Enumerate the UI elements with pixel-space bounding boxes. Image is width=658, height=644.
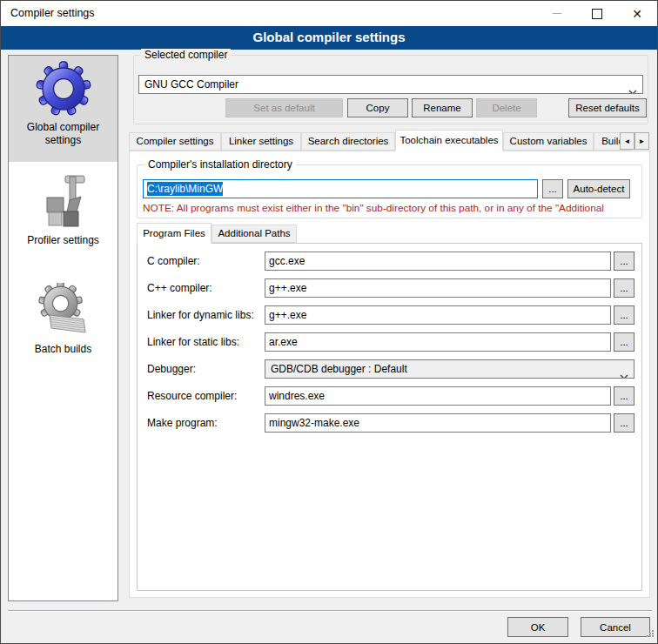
debugger-value: GDB/CDB debugger : Default (271, 363, 407, 375)
installation-directory-value: C:\raylib\MinGW (147, 182, 223, 196)
sidebar-item-profiler-settings[interactable]: Profiler settings (9, 169, 118, 265)
linker-dynamic-input[interactable] (265, 305, 611, 325)
resource-compiler-label: Resource compiler: (147, 386, 237, 406)
reset-defaults-button[interactable]: Reset defaults (568, 98, 647, 117)
cpp-compiler-input[interactable] (265, 278, 611, 298)
close-icon: ✕ (632, 8, 642, 20)
linker-static-browse-button[interactable]: ... (614, 332, 634, 352)
linker-static-input[interactable] (265, 332, 611, 352)
linker-static-label: Linker for static libs: (147, 332, 239, 352)
installation-directory-browse-button[interactable]: ... (542, 179, 563, 198)
compiler-settings-dialog: Compiler settings ✕ Global compiler sett… (0, 0, 658, 644)
make-program-browse-button[interactable]: ... (614, 413, 634, 433)
sidebar-item-batch-builds[interactable]: Batch builds (9, 278, 118, 373)
subtab-additional-paths[interactable]: Additional Paths (212, 225, 297, 243)
auto-detect-button[interactable]: Auto-detect (567, 179, 630, 198)
sidebar-item-label: Global compiler settings (9, 119, 118, 152)
make-program-input[interactable] (265, 413, 611, 433)
cpp-compiler-browse-button[interactable]: ... (614, 278, 634, 298)
subtab-program-files[interactable]: Program Files (137, 223, 212, 244)
resize-grip-icon[interactable] (646, 628, 655, 641)
minimize-icon (553, 13, 561, 14)
copy-button[interactable]: Copy (347, 98, 408, 117)
tab-scroll-right-button[interactable]: ► (634, 132, 649, 150)
title-bar[interactable]: Compiler settings ✕ (1, 1, 657, 26)
selected-compiler-value: GNU GCC Compiler (144, 78, 238, 91)
debugger-label: Debugger: (147, 359, 196, 379)
window-title: Compiler settings (10, 1, 95, 26)
c-compiler-input[interactable] (265, 252, 611, 271)
chevron-down-icon (628, 83, 637, 94)
bin-subdirectory-note: NOTE: All programs must exist either in … (143, 202, 636, 214)
maximize-button[interactable] (577, 1, 617, 26)
set-as-default-button[interactable]: Set as default (225, 98, 343, 117)
ok-button[interactable]: OK (507, 617, 568, 637)
debugger-dropdown[interactable]: GDB/CDB debugger : Default (265, 359, 634, 379)
c-compiler-browse-button[interactable]: ... (614, 252, 634, 271)
cpp-compiler-label: C++ compiler: (147, 278, 212, 298)
cancel-button[interactable]: Cancel (581, 617, 650, 637)
gray-gear-stack-icon (36, 283, 91, 341)
c-compiler-label: C compiler: (147, 252, 200, 271)
tab-search-directories[interactable]: Search directories (301, 132, 395, 151)
caliper-blocks-icon (36, 174, 91, 232)
selected-compiler-group-label: Selected compiler (141, 49, 231, 61)
linker-dynamic-browse-button[interactable]: ... (614, 305, 634, 325)
installation-directory-group-label: Compiler's installation directory (144, 158, 296, 171)
tab-custom-variables[interactable]: Custom variables (503, 132, 594, 151)
minimize-button[interactable] (537, 1, 577, 26)
tab-linker-settings[interactable]: Linker settings (221, 132, 301, 151)
page-title: Global compiler settings (1, 26, 657, 50)
resource-compiler-input[interactable] (265, 386, 611, 406)
make-program-label: Make program: (147, 413, 218, 433)
tab-scroll-left-button[interactable]: ◄ (620, 132, 634, 150)
sidebar-item-label: Batch builds (9, 341, 118, 361)
linker-dynamic-label: Linker for dynamic libs: (147, 305, 254, 325)
blue-gear-icon (36, 61, 91, 119)
chevron-down-icon (620, 367, 628, 379)
close-button[interactable]: ✕ (617, 1, 657, 26)
settings-category-list: Global compiler settings Profiler settin… (8, 55, 118, 601)
installation-directory-input[interactable]: C:\raylib\MinGW (143, 179, 538, 198)
sidebar-item-global-compiler-settings[interactable]: Global compiler settings (9, 56, 118, 162)
delete-button[interactable]: Delete (476, 98, 537, 117)
tab-toolchain-executables[interactable]: Toolchain executables (395, 130, 503, 151)
selected-compiler-dropdown[interactable]: GNU GCC Compiler (138, 75, 643, 94)
window-controls: ✕ (537, 1, 657, 26)
sidebar-item-label: Profiler settings (9, 232, 118, 252)
tab-compiler-settings[interactable]: Compiler settings (129, 132, 221, 151)
maximize-icon (592, 9, 602, 19)
resource-compiler-browse-button[interactable]: ... (614, 386, 634, 406)
footer-separator (8, 610, 652, 612)
rename-button[interactable]: Rename (412, 98, 473, 117)
